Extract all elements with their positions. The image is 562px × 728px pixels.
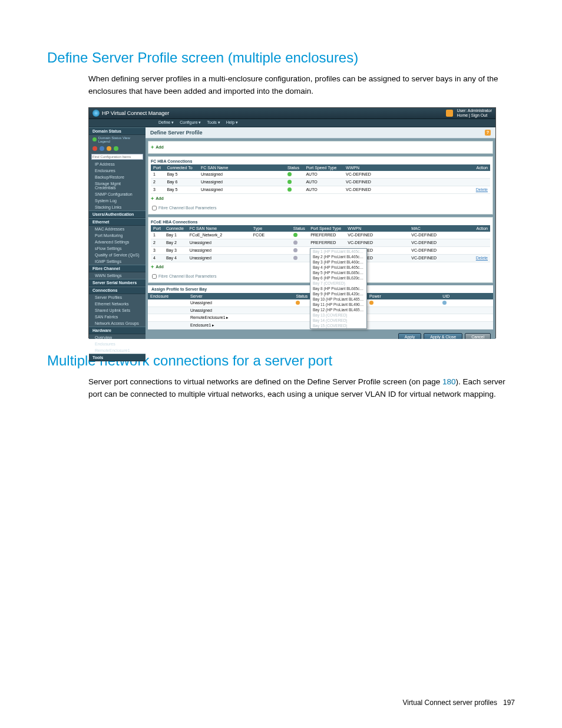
fc-hba-panel: FC HBA Connections PortConnected ToFC SA… [148, 156, 493, 215]
server-bay-dropdown[interactable]: Bay 1 (HP ProLiant BL465c Gen8)Bay 2 (HP… [310, 248, 367, 329]
dropdown-option[interactable]: Bay 8 (HP ProLiant BL685c G7) [310, 286, 366, 291]
status-warn-icon [107, 146, 111, 151]
fc-add-button[interactable]: Add [151, 194, 490, 203]
sidebar-item[interactable]: sFlow Settings [89, 245, 146, 252]
status-icon [293, 256, 297, 260]
table-row[interactable]: 2Bay 6UnassignedAUTOVC-DEFINED [151, 178, 490, 186]
table-row[interactable]: 2Bay 2UnassignedPREFERREDVC-DEFINEDVC-DE… [151, 239, 490, 246]
uid-icon [442, 301, 447, 305]
screenshot-define-server-profile: HP Virtual Connect Manager User: Adminis… [88, 107, 496, 338]
app-titlebar: HP Virtual Connect Manager User: Adminis… [89, 108, 495, 119]
sidebar-section-ethernet[interactable]: Ethernet [89, 218, 146, 226]
table-row[interactable]: 1Bay 5UnassignedAUTOVC-DEFINED [151, 171, 490, 179]
dropdown-option: Bay 7 (COVERED) [310, 281, 366, 286]
sidebar-item[interactable]: Server Profiles [89, 294, 146, 301]
dropdown-option[interactable]: Bay 10 (HP ProLiant BL465c Gen8) [310, 297, 366, 302]
dropdown-option[interactable]: Bay 9 (HP ProLiant BL420c Gen8) [310, 291, 366, 297]
delete-link[interactable]: Delete [476, 187, 488, 192]
sidebar-item[interactable]: SAN Fabrics [89, 314, 146, 320]
dropdown-option[interactable]: Bay 11 (HP ProLiant BL490c G7) [310, 302, 366, 307]
dropdown-option: Bay 15 (COVERED) [310, 323, 366, 328]
sidebar: Domain Status Domain Status View Legend … [89, 127, 146, 339]
power-icon [369, 301, 373, 305]
dropdown-option[interactable]: Bay 6 (HP ProLiant BL620c G7) [310, 275, 366, 281]
sidebar-item[interactable]: Network Access Groups [89, 320, 146, 327]
sidebar-item[interactable]: WWN Settings [89, 272, 146, 279]
alert-icon[interactable] [446, 110, 453, 117]
sidebar-item[interactable]: Advanced Settings [89, 239, 146, 245]
user-links[interactable]: Home | Sign Out [457, 113, 492, 118]
app-title: HP Virtual Connect Manager [102, 110, 169, 116]
table-row[interactable]: 1Bay 1FCoE_Network_2FCOEPREFERREDVC-DEFI… [151, 232, 490, 239]
sidebar-section-fc[interactable]: Fibre Channel [89, 265, 146, 272]
hp-logo-icon [92, 110, 100, 117]
sidebar-section-ssn[interactable]: Server Serial Numbers [89, 279, 146, 286]
status-icon [287, 180, 292, 184]
status-icon [293, 233, 297, 237]
page-ref-link[interactable]: 180 [442, 377, 456, 386]
sidebar-item[interactable]: MAC Addresses [89, 226, 146, 232]
app-menubar: Define ▾ Configure ▾ Tools ▾ Help ▾ [89, 119, 495, 127]
add-profile-button[interactable]: Add [151, 143, 490, 152]
fcoe-boot-checkbox[interactable] [152, 274, 157, 279]
fc-hba-table: PortConnected ToFC SAN NameStatusPort Sp… [151, 164, 490, 194]
sidebar-item[interactable]: Backup/Restore [89, 174, 146, 180]
dropdown-option[interactable]: Bay 4 (HP ProLiant BL465c Gen8) [310, 265, 366, 270]
apply-close-button[interactable]: Apply & Close [424, 333, 462, 339]
sidebar-section-connections[interactable]: Connections [89, 286, 146, 294]
sidebar-item[interactable]: Stacking Links [89, 204, 146, 210]
sidebar-item[interactable]: SNMP Configuration [89, 191, 146, 197]
menu-configure[interactable]: Configure ▾ [180, 120, 201, 125]
help-icon[interactable]: ? [485, 130, 491, 136]
status-icon [287, 172, 292, 176]
menu-define[interactable]: Define ▾ [158, 120, 174, 125]
sidebar-search-input[interactable] [91, 154, 143, 160]
sidebar-item[interactable]: Quality of Service (QoS) [89, 252, 146, 258]
fc-hba-title: FC HBA Connections [151, 158, 490, 164]
button-row: Apply Apply & Close Cancel [146, 330, 495, 339]
profile-name-panel: Add [148, 141, 493, 154]
status-icon [287, 187, 292, 192]
sidebar-item[interactable]: Overview [89, 334, 146, 341]
dropdown-option[interactable]: Bay 3 (HP ProLiant BL460c G7) [310, 259, 366, 265]
status-info-icon [100, 146, 104, 151]
status-ok-icon-2 [114, 146, 118, 151]
fc-boot-params-row[interactable]: Fibre Channel Boot Parameters [151, 203, 490, 213]
user-info: User: Administrator Home | Sign Out [457, 108, 492, 117]
fcoe-hba-title: FCoE HBA Connections [151, 219, 490, 225]
sidebar-item[interactable]: RemoteEnclosure1 [89, 347, 146, 354]
apply-button[interactable]: Apply [398, 333, 422, 339]
sidebar-item[interactable]: Port Monitoring [89, 232, 146, 239]
menu-help[interactable]: Help ▾ [226, 120, 238, 125]
sidebar-domain-status[interactable]: Domain Status [89, 127, 146, 135]
sidebar-item[interactable]: Storage Mgmt Credentials [89, 180, 146, 191]
sidebar-item[interactable]: Ethernet Networks [89, 301, 146, 307]
dropdown-option: Bay 1 (HP ProLiant BL465c Gen8) [310, 249, 366, 254]
status-ok-icon [92, 137, 97, 141]
menu-tools[interactable]: Tools ▾ [207, 120, 220, 125]
dropdown-option: Bay 13 (COVERED) [310, 312, 366, 318]
sidebar-item[interactable]: System Log [89, 197, 146, 204]
sidebar-item[interactable]: IGMP Settings [89, 258, 146, 265]
table-row[interactable]: 3Bay 5UnassignedAUTOVC-DEFINEDDelete [151, 186, 490, 193]
sidebar-item[interactable]: IP Address [89, 161, 146, 167]
fc-boot-checkbox[interactable] [152, 206, 157, 210]
sidebar-item[interactable]: Enclosures [89, 341, 146, 347]
dropdown-option[interactable]: Bay 12 (HP ProLiant BL465c Gen8) [310, 307, 366, 312]
cancel-button[interactable]: Cancel [465, 333, 491, 339]
dropdown-option: Bay 14 (COVERED) [310, 318, 366, 323]
section-para-1: When defining server profiles in a multi… [88, 73, 515, 98]
page-footer: Virtual Connect server profiles 197 [402, 699, 515, 707]
sidebar-status-icons [89, 144, 146, 153]
sidebar-section-users[interactable]: Users/Authentication [89, 210, 146, 218]
sidebar-section-hardware[interactable]: Hardware [89, 327, 146, 334]
sidebar-item[interactable]: Enclosures [89, 167, 146, 174]
status-icon [296, 301, 300, 305]
delete-link[interactable]: Delete [476, 256, 488, 260]
dropdown-option[interactable]: Bay 5 (HP ProLiant BL685c G7) [310, 270, 366, 275]
dropdown-option[interactable]: Bay 2 (HP ProLiant BL465c Gen8) [310, 254, 366, 259]
status-icon [293, 248, 297, 252]
sidebar-item[interactable]: Shared Uplink Sets [89, 307, 146, 314]
sidebar-section-tools[interactable]: Tools [89, 354, 146, 361]
sidebar-legend-row[interactable]: Domain Status View Legend [89, 135, 146, 144]
